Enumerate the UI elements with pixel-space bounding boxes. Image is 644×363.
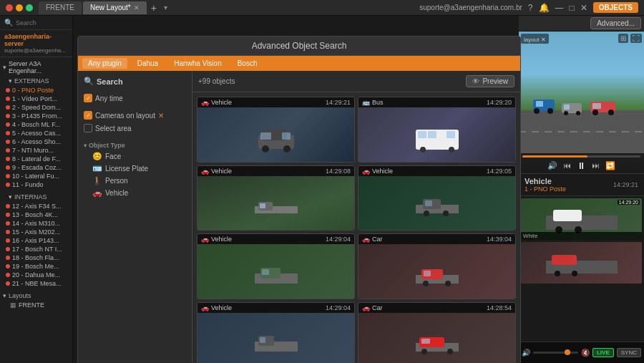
- tab-new-layout[interactable]: New Layout* ✕: [83, 1, 147, 14]
- result-card-7[interactable]: 🚗 Car 14:28:54 1 - 1 - PNO: [358, 302, 516, 364]
- any-time-filter[interactable]: ✓ Any time: [84, 92, 186, 105]
- cam1-label: 1 - Vídeo Port...: [12, 95, 57, 102]
- tab-add-button[interactable]: +: [148, 2, 160, 14]
- result-image-6: [197, 313, 354, 364]
- live-indicator[interactable]: LIVE: [592, 348, 614, 357]
- result-card-0[interactable]: 🚗 Vehicle 14:29:21 1 - 1 -: [197, 97, 355, 163]
- sidebar-item-cam15[interactable]: 15 - Axis M202...: [0, 228, 72, 236]
- search-input[interactable]: [16, 19, 66, 26]
- tab-any-plugin[interactable]: Any plugin: [82, 58, 127, 69]
- skip-forward-icon[interactable]: ⏭: [592, 161, 600, 170]
- bell-icon[interactable]: 🔔: [539, 3, 550, 13]
- grid-icon[interactable]: ⊞: [618, 34, 628, 43]
- cameras-close-icon[interactable]: ✕: [158, 112, 164, 120]
- sidebar-item-cam2[interactable]: 2 - Speed Dom...: [0, 103, 72, 112]
- tab-close-icon[interactable]: ✕: [134, 4, 140, 11]
- tab-dahua[interactable]: Dahua: [132, 58, 164, 69]
- skip-back-icon[interactable]: ⏮: [563, 161, 571, 170]
- close-icon[interactable]: ✕: [580, 3, 587, 13]
- tab-new-layout-label: New Layout*: [90, 4, 131, 11]
- sync-indicator[interactable]: SYNC: [617, 348, 641, 357]
- result-image-7: [358, 313, 515, 364]
- camera-filter-group: ✓ Cameras on layout ✕ Select area: [84, 109, 186, 135]
- maximize-dot[interactable]: [26, 4, 33, 11]
- expand-icon[interactable]: ⛶: [630, 34, 642, 43]
- minimize-icon[interactable]: —: [555, 3, 564, 13]
- sidebar: 🔍 a3aengenharia-server suporte@a3aengenh…: [0, 16, 73, 363]
- sidebar-item-cam6[interactable]: 6 - Acesso Sho...: [0, 137, 72, 146]
- result-image-1: [358, 107, 515, 163]
- sidebar-item-cam17[interactable]: 17 - Bosch NT I...: [0, 245, 72, 253]
- sidebar-item-cam16[interactable]: 16 - Axis P143...: [0, 236, 72, 245]
- externas-header[interactable]: ▾ EXTERNAS: [0, 76, 72, 86]
- sidebar-item-cam5[interactable]: 5 - Acesso Cas...: [0, 129, 72, 137]
- result-card-6[interactable]: 🚗 Vehicle 14:29:04 1 - 1 -: [197, 302, 355, 364]
- server-header[interactable]: ▾ Server A3A Engenhar...: [0, 59, 72, 76]
- sidebar-item-cam1[interactable]: 1 - Vídeo Port...: [0, 95, 72, 103]
- question-icon[interactable]: ?: [528, 3, 533, 13]
- result-card-3[interactable]: 🚗 Vehicle 14:29:05 1 - 1 -: [358, 165, 516, 231]
- internas-header[interactable]: ▾ INTERNAS: [0, 192, 72, 202]
- layout-frente-label: FRENTE: [19, 301, 44, 309]
- preview-button[interactable]: 👁 Preview: [466, 75, 514, 87]
- result-card-1[interactable]: 🚌 Bus 14:29:20 1 - 1 - PNO: [358, 97, 516, 163]
- cam15-label: 15 - Axis M202...: [12, 228, 60, 236]
- tab-frente[interactable]: FRENTE: [39, 1, 82, 14]
- sidebar-item-cam7[interactable]: 7 - NTI Muro...: [0, 146, 72, 155]
- result-time-7: 14:28:54: [487, 304, 512, 311]
- objects-button[interactable]: OBJECTS: [593, 2, 638, 13]
- sidebar-search-bar[interactable]: 🔍: [0, 16, 72, 30]
- filter-vehicle[interactable]: 🚗 Vehicle: [84, 187, 186, 199]
- tab-chevron[interactable]: ▾: [164, 4, 167, 11]
- thumbnail-item-1[interactable]: [521, 242, 642, 284]
- sidebar-item-cam4[interactable]: 4 - Bosch ML F...: [0, 120, 72, 129]
- advanced-button[interactable]: Advanced...: [590, 17, 641, 29]
- result-card-5[interactable]: 🚗 Car 14:39:04 1 - 1 - PNO: [358, 233, 516, 299]
- license-plate-icon: 🪪: [92, 164, 102, 173]
- svg-point-19: [443, 210, 449, 216]
- volume-icon[interactable]: 🔊: [547, 161, 557, 170]
- filter-face[interactable]: 😊 Face: [84, 150, 186, 163]
- result-card-2[interactable]: 🚗 Vehicle 14:29:08 1 - 1 -: [197, 165, 355, 231]
- sidebar-item-cam8[interactable]: 8 - Lateral de F...: [0, 155, 72, 163]
- sidebar-item-cam0[interactable]: 0 - PNO Poste: [0, 86, 72, 95]
- select-area-checkbox[interactable]: [84, 124, 92, 132]
- server-label: Server A3A Engenhar...: [9, 60, 69, 74]
- play-pause-icon[interactable]: ⏸: [577, 160, 586, 171]
- result-time-4: 14:29:04: [326, 236, 351, 243]
- status-indicator: [6, 114, 10, 118]
- layouts-header[interactable]: ▾ Layouts: [0, 291, 72, 301]
- sidebar-item-cam11[interactable]: 11 - Fundo: [0, 180, 72, 189]
- tab-bosch[interactable]: Bosch: [232, 58, 263, 69]
- result-card-4[interactable]: 🚗 Vehicle 14:29:04 1 - 1 -: [197, 233, 355, 299]
- sidebar-item-cam19[interactable]: 19 - Bosch Me...: [0, 262, 72, 271]
- select-area-filter[interactable]: Select area: [84, 122, 186, 135]
- any-time-checkbox[interactable]: ✓: [84, 94, 92, 102]
- sidebar-item-layout-frente[interactable]: ▦ FRENTE: [0, 301, 72, 309]
- sidebar-item-cam9[interactable]: 9 - Escada Coz...: [0, 163, 72, 172]
- filter-license-plate[interactable]: 🪪 License Plate: [84, 163, 186, 175]
- svg-rect-7: [418, 131, 426, 138]
- minimize-dot[interactable]: [16, 4, 23, 11]
- loop-icon[interactable]: 🔁: [605, 161, 615, 170]
- sidebar-item-cam20[interactable]: 20 - Dahua Me...: [0, 271, 72, 279]
- layouts-arrow-icon: ▾: [3, 292, 6, 299]
- cameras-on-layout-filter[interactable]: ✓ Cameras on layout ✕: [84, 109, 186, 122]
- svg-point-40: [534, 108, 540, 114]
- sidebar-item-cam12[interactable]: 12 - Axis F34 S...: [0, 202, 72, 210]
- cameras-layout-checkbox[interactable]: ✓: [84, 111, 92, 120]
- sidebar-item-cam10[interactable]: 10 - Lateral Fu...: [0, 172, 72, 180]
- filter-person[interactable]: 🚶 Person: [84, 175, 186, 187]
- close-dot[interactable]: [6, 4, 13, 11]
- thumbnail-item-0[interactable]: 14:29:20 White: [521, 198, 642, 240]
- sidebar-item-cam13[interactable]: 13 - Bosch 4K...: [0, 210, 72, 219]
- sidebar-item-cam14[interactable]: 14 - Axis M310...: [0, 219, 72, 228]
- sidebar-item-cam21[interactable]: 21 - NBE Mesa...: [0, 279, 72, 288]
- restore-icon[interactable]: □: [570, 3, 575, 13]
- filter-search-icon: 🔍: [84, 77, 94, 86]
- volume-icon-bottom[interactable]: 🔊: [522, 349, 530, 357]
- tab-hanwha[interactable]: Hanwha Vision: [168, 58, 228, 69]
- volume-mute-icon[interactable]: 🔇: [581, 349, 590, 357]
- sidebar-item-cam18[interactable]: 18 - Bosch Fla...: [0, 253, 72, 262]
- sidebar-item-cam3[interactable]: 3 - P1435 From...: [0, 112, 72, 120]
